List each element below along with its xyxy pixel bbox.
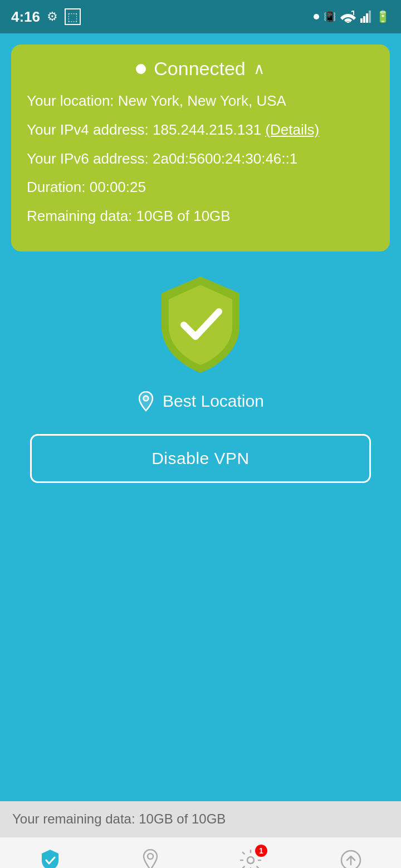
remaining-data-label: Remaining data: [27,208,132,224]
shield-icon [153,274,248,374]
location-nav-icon [140,849,160,869]
best-location-label: Best Location [163,392,264,411]
main-area: Connected ∧ Your location: New York, New… [0,33,401,801]
svg-point-7 [247,857,254,864]
shield-container [153,274,248,374]
connected-title: Connected [154,58,245,80]
svg-rect-1 [360,18,363,23]
ipv6-row: Your IPv6 address: 2a0d:5600:24:30:46::1 [27,150,374,169]
connected-dot [136,64,146,74]
settings-badge: 1 [255,845,267,857]
vpn-shield-icon [39,849,61,869]
svg-rect-3 [366,13,368,23]
status-bar: 4:16 ⚙ ⬚ 📳 🔋 [0,0,401,33]
bottom-nav: VPN Location 1 Settings [0,837,401,868]
svg-point-0 [347,22,350,23]
status-time: 4:16 [11,8,40,26]
status-right: 📳 🔋 [314,10,390,23]
nav-item-location[interactable]: Location [100,849,200,869]
vibrate-icon: 📳 [324,11,336,23]
svg-rect-4 [369,11,371,23]
settings-nav-icon: 1 [239,849,262,869]
settings-status-icon: ⚙ [47,9,58,24]
best-location[interactable]: Best Location [137,391,264,412]
chevron-up-icon[interactable]: ∧ [253,60,265,78]
ipv4-details-link[interactable]: (Details) [265,121,319,138]
connected-card: Connected ∧ Your location: New York, New… [11,45,390,251]
remaining-data-bar-text: Your remaining data: 10GB of 10GB [12,811,226,826]
signal-icon [360,11,371,23]
duration-label: Duration: [27,179,86,195]
location-label: Your location: [27,92,114,109]
svg-rect-2 [363,16,365,23]
dot-icon [314,14,319,19]
disable-vpn-button[interactable]: Disable VPN [30,434,371,483]
screen-record-icon: ⬚ [65,8,81,25]
svg-point-5 [144,396,149,401]
nav-item-upgrade[interactable]: Upgrade [301,849,401,869]
status-left: 4:16 ⚙ ⬚ [11,8,81,26]
nav-item-vpn[interactable]: VPN [0,849,100,869]
ipv4-row: Your IPv4 address: 185.244.215.131 (Deta… [27,121,374,140]
location-value: New York, New York, USA [118,92,286,109]
ipv4-label: Your IPv4 address: [27,121,149,138]
wifi-icon [340,11,356,23]
nav-item-settings[interactable]: 1 Settings [200,849,301,869]
remaining-data-bar: Your remaining data: 10GB of 10GB [0,801,401,837]
battery-icon: 🔋 [376,10,390,23]
ipv4-value: 185.244.215.131 [153,121,261,138]
upgrade-nav-icon [340,849,362,869]
location-pin-icon [137,391,155,412]
duration-value: 00:00:25 [90,179,146,195]
location-row: Your location: New York, New York, USA [27,92,374,111]
connected-header: Connected ∧ [27,58,374,80]
remaining-data-row: Remaining data: 10GB of 10GB [27,207,374,226]
svg-point-6 [148,854,153,859]
ipv6-value: 2a0d:5600:24:30:46::1 [153,150,297,167]
ipv6-label: Your IPv6 address: [27,150,149,167]
duration-row: Duration: 00:00:25 [27,178,374,197]
remaining-data-value: 10GB of 10GB [136,208,231,224]
